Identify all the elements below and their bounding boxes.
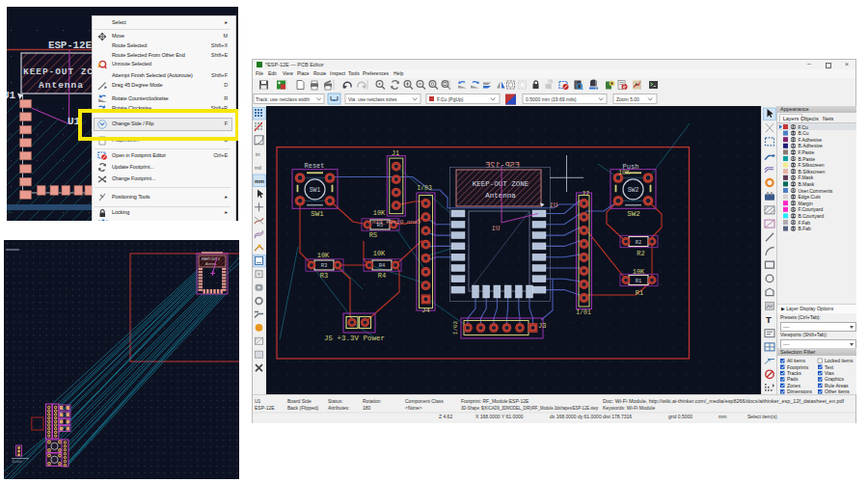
svg-text:Board Side: Board Side [287,398,312,404]
svg-text:Component Class: Component Class [405,398,444,404]
svg-text:Attributes:: Attributes: [328,405,350,411]
svg-text:R2: R2 [636,239,642,246]
svg-text:Zoom 5.00: Zoom 5.00 [616,96,639,102]
svg-text:J5 +3.3V Power: J5 +3.3V Power [324,335,385,342]
svg-text:I/03: I/03 [417,185,432,192]
svg-text:R2: R2 [637,250,644,257]
svg-text:J2: J2 [582,190,589,198]
svg-text:Edge.Cuts: Edge.Cuts [799,194,822,200]
svg-text:ESP-12E: ESP-12E [255,405,275,411]
svg-text:mil: mil [255,165,261,171]
svg-text:in: in [256,151,260,157]
svg-text:J4: J4 [421,307,429,314]
svg-text:User.Comments: User.Comments [799,188,833,194]
svg-text:Antenna: Antenna [485,192,516,200]
svg-text:SW2: SW2 [627,210,640,218]
svg-text:I/02: I/02 [452,320,459,335]
svg-text:Margin: Margin [799,201,814,206]
svg-text:F.Cu: F.Cu [799,124,809,130]
svg-text:J1: J1 [392,149,399,157]
svg-text:B.Fab: B.Fab [799,226,812,231]
svg-text:3D-Shape: $(KICAD9_3DMODEL_DIR: 3D-Shape: $(KICAD9_3DMODEL_DIR)/RF_Modul… [461,405,598,411]
svg-text:B.Mask: B.Mask [799,181,815,187]
svg-text:J6 conn: J6 conn [12,460,22,464]
svg-text:KEEP-OUT ZC: KEEP-OUT ZC [23,67,93,77]
svg-text:Back (Flipped): Back (Flipped) [287,405,319,411]
svg-text:Vias: Vias [825,370,834,376]
svg-text:Rotation: Rotation [363,398,381,404]
svg-text:U1: U1 [7,90,16,101]
svg-text:Z 4.62: Z 4.62 [439,414,452,419]
svg-text:R1: R1 [636,278,642,284]
svg-text:F.Adhesive: F.Adhesive [799,137,823,143]
svg-text:Footprints: Footprints [787,364,809,370]
svg-text:Locked items: Locked items [825,358,854,363]
svg-text:R4: R4 [378,272,386,280]
svg-text:I/01: I/01 [576,309,591,316]
svg-text:F.Silkscreen: F.Silkscreen [799,162,825,168]
svg-text:Pads: Pads [787,376,799,382]
svg-text:Antenna: Antenna [39,80,83,91]
svg-text:R1: R1 [636,289,643,297]
svg-text:F.Cu (PgUp): F.Cu (PgUp) [437,96,464,102]
svg-text:10K: 10K [373,250,386,257]
svg-text:dx 168.0000 dy 61.0000 dist: dx 168.0000 dy 61.0000 dist 178.7316 [550,414,632,419]
svg-text:B.Adhesive: B.Adhesive [799,143,824,148]
svg-text:grid 0.5000: grid 0.5000 [668,414,692,419]
svg-text:R3: R3 [321,262,328,269]
svg-text:F.Paste: F.Paste [799,149,815,155]
svg-text:B.Cu: B.Cu [799,130,809,136]
svg-text:Conn_01x04_Pin: Conn_01x04_Pin [371,219,420,226]
svg-text:Track: use netclass width: Track: use netclass width [256,96,310,102]
svg-text:Select item(s): Select item(s) [747,414,777,419]
svg-text:<None>: <None> [405,405,422,411]
svg-text:180: 180 [363,405,371,411]
svg-text:KEEP-OUT ZONE: KEEP-OUT ZONE [473,180,529,188]
svg-text:J3: J3 [538,322,546,330]
svg-text:Tracks: Tracks [787,370,801,376]
svg-text:SW2: SW2 [628,187,639,194]
svg-text:Graphics: Graphics [825,376,845,382]
svg-text:SW1: SW1 [310,187,321,194]
svg-text:U1: U1 [255,398,261,404]
svg-text:Text: Text [825,364,834,370]
svg-text:10K: 10K [618,170,630,176]
svg-text:X 168.0000 Y 61.0000: X 168.0000 Y 61.0000 [475,414,524,419]
svg-text:U1: U1 [492,225,500,232]
svg-text:All items: All items [787,358,805,363]
svg-text:10K: 10K [317,252,330,259]
svg-text:B.Silkscreen: B.Silkscreen [799,169,826,174]
svg-text:10K: 10K [633,268,645,276]
svg-text:U1: U1 [550,201,557,209]
svg-text:Footprint: RF_Module:ESP-12E: Footprint: RF_Module:ESP-12E [461,398,529,404]
svg-text:T: T [766,314,772,325]
svg-text:Rule Areas: Rule Areas [825,383,849,388]
svg-text:B.Courtyard: B.Courtyard [799,213,825,219]
svg-text:SW1: SW1 [311,210,324,218]
svg-text:0.5000 mm (19.69 mils): 0.5000 mm (19.69 mils) [526,96,577,102]
svg-text:Doc: Wi-Fi Module, http://wiki: Doc: Wi-Fi Module, http://wiki.ai-thinke… [603,398,845,404]
svg-text:ESP-12E: ESP-12E [48,40,92,51]
svg-text:B.Paste: B.Paste [799,156,816,162]
svg-text:Reset: Reset [304,162,324,170]
svg-text:R3: R3 [320,272,328,280]
svg-text:mm: mm [719,414,726,419]
svg-text:F.Fab: F.Fab [799,220,811,226]
svg-text:R5: R5 [369,231,377,239]
svg-text:R4: R4 [379,262,386,269]
svg-text:F.Courtyard: F.Courtyard [799,206,824,212]
svg-text:ESP-12E: ESP-12E [485,161,520,171]
svg-text:Status:: Status: [328,398,343,404]
svg-text:Zones: Zones [787,383,800,388]
svg-text:10K: 10K [373,209,386,217]
svg-text:Keywords: Wi-Fi Module: Keywords: Wi-Fi Module [603,405,655,411]
svg-text:mm: mm [255,178,264,184]
svg-text:Via: use netclass sizes: Via: use netclass sizes [348,96,397,102]
svg-text:F.Mask: F.Mask [799,174,814,180]
